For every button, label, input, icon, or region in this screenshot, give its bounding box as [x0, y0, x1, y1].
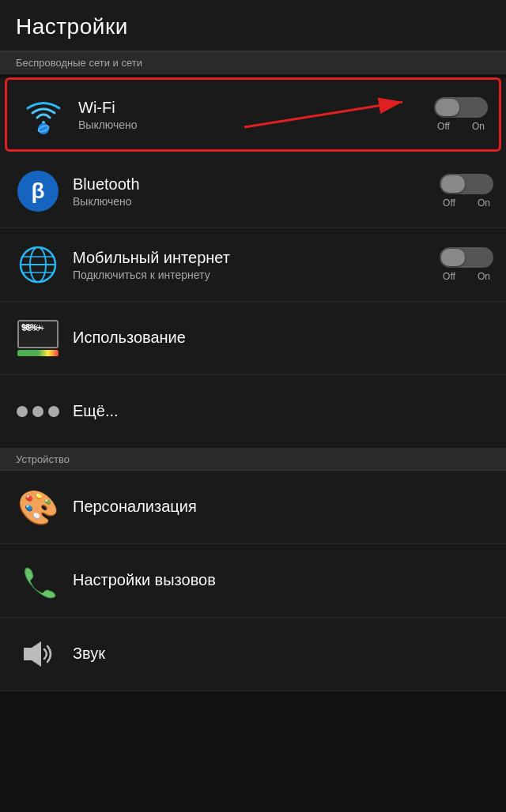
- more-dot-3: [48, 406, 59, 417]
- bluetooth-row[interactable]: β Bluetooth Выключено Off On: [0, 155, 506, 228]
- usage-title: Использование: [73, 329, 493, 347]
- bluetooth-text: Bluetooth Выключено: [73, 175, 433, 208]
- device-section-header: Устройство: [0, 449, 506, 471]
- usage-text: Использование: [73, 329, 493, 348]
- mobile-toggle-knob: [441, 249, 465, 266]
- calls-title: Настройки вызовов: [73, 571, 493, 589]
- calls-text: Настройки вызовов: [73, 571, 493, 591]
- svg-marker-10: [32, 641, 41, 667]
- bluetooth-toggle-switch[interactable]: [440, 174, 493, 194]
- header: Настройки: [0, 0, 506, 51]
- bluetooth-toggle-labels: Off On: [440, 197, 493, 209]
- wifi-toggle-labels: Off On: [434, 121, 488, 132]
- personalization-title: Персонализация: [73, 498, 493, 516]
- more-title: Ещё...: [73, 402, 493, 420]
- mobile-icon: [13, 239, 63, 290]
- svg-rect-9: [24, 648, 32, 660]
- more-dot-1: [17, 406, 28, 417]
- sound-title: Звук: [73, 645, 493, 663]
- usage-icon: 98%+: [13, 313, 63, 363]
- mobile-toggle[interactable]: Off On: [440, 247, 493, 282]
- mobile-text: Мобильный интернет Подключиться к интерн…: [73, 249, 433, 281]
- wifi-toggle-switch[interactable]: [434, 97, 488, 118]
- phone-icon: [13, 555, 63, 606]
- palette-icon: 🎨: [13, 482, 63, 532]
- mobile-title: Мобильный интернет: [73, 249, 433, 267]
- bluetooth-toggle-knob: [441, 175, 465, 193]
- sound-text: Звук: [73, 645, 493, 664]
- wifi-row[interactable]: Wi-Fi Выключено Off On: [5, 77, 501, 152]
- settings-list: Wi-Fi Выключено Off On β: [0, 77, 506, 449]
- calls-row[interactable]: Настройки вызовов: [0, 544, 506, 618]
- sound-icon: [13, 629, 63, 679]
- wifi-text: Wi-Fi Выключено: [78, 99, 428, 131]
- bluetooth-subtitle: Выключено: [73, 195, 433, 208]
- bluetooth-toggle[interactable]: Off On: [440, 174, 493, 209]
- wifi-subtitle: Выключено: [78, 118, 428, 131]
- personalization-row[interactable]: 🎨 Персонализация: [0, 471, 506, 544]
- bluetooth-icon: β: [13, 166, 63, 216]
- personalization-text: Персонализация: [73, 498, 493, 517]
- more-text: Ещё...: [73, 402, 493, 422]
- sound-row[interactable]: Звук: [0, 618, 506, 691]
- mobile-toggle-labels: Off On: [440, 271, 493, 282]
- usage-battery-display: 98%+: [17, 320, 59, 348]
- wifi-toggle-knob: [436, 99, 459, 116]
- usage-bar: [17, 350, 59, 356]
- more-row[interactable]: Ещё...: [0, 375, 506, 449]
- wifi-icon: [18, 89, 69, 140]
- more-dot-2: [32, 406, 43, 417]
- device-settings-list: 🎨 Персонализация Настройки вызовов: [0, 471, 506, 691]
- mobile-internet-row[interactable]: Мобильный интернет Подключиться к интерн…: [0, 228, 506, 302]
- mobile-toggle-switch[interactable]: [440, 247, 493, 268]
- more-icon: [13, 386, 63, 437]
- wifi-title: Wi-Fi: [78, 99, 428, 117]
- mobile-subtitle: Подключиться к интернету: [73, 269, 433, 281]
- bluetooth-title: Bluetooth: [73, 175, 433, 194]
- page-title: Настройки: [16, 14, 490, 39]
- wireless-section-header: Беспроводные сети и сети: [0, 51, 506, 74]
- usage-row[interactable]: 98%+ Использование: [0, 302, 506, 375]
- wifi-toggle[interactable]: Off On: [434, 97, 488, 132]
